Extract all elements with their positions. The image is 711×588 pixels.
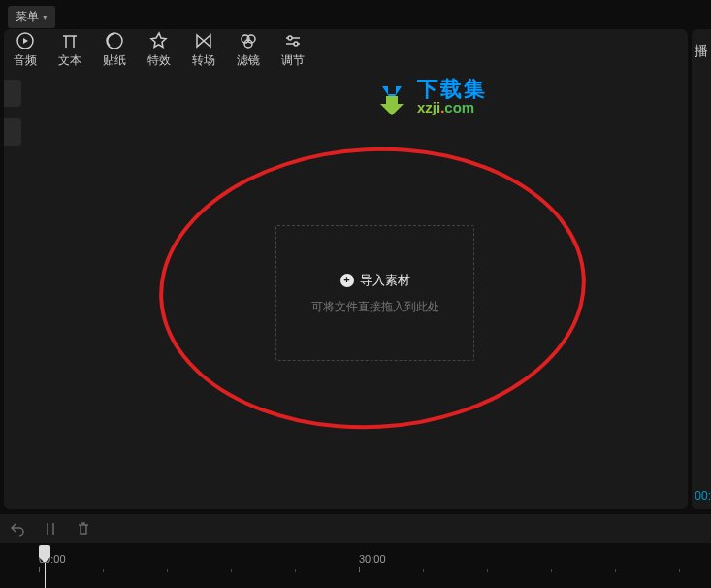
side-tab-1[interactable] <box>4 80 21 107</box>
tool-label: 贴纸 <box>103 52 126 69</box>
timeline-minor-tick <box>231 569 232 572</box>
sticker-icon <box>105 31 124 50</box>
adjust-icon <box>283 31 303 50</box>
split-icon[interactable] <box>43 521 58 537</box>
tool-label: 滤镜 <box>237 52 260 69</box>
tool-label: 音频 <box>14 52 37 69</box>
watermark-line1: 下载集 <box>417 79 487 100</box>
timeline-minor-tick <box>615 569 616 572</box>
timeline-minor-tick <box>551 569 552 572</box>
filter-icon <box>239 31 258 50</box>
import-title: 导入素材 <box>360 272 410 289</box>
timeline-minor-tick <box>487 569 488 572</box>
timeline-minor-tick <box>679 569 680 572</box>
right-timecode: 00: <box>695 489 711 503</box>
tool-label: 特效 <box>147 52 171 69</box>
svg-point-6 <box>294 42 298 46</box>
tool-adjust[interactable]: 调节 <box>281 31 305 69</box>
text-icon <box>60 31 80 50</box>
timeline-minor-tick <box>423 569 424 572</box>
import-hint: 可将文件直接拖入到此处 <box>311 299 439 315</box>
tool-transition[interactable]: 转场 <box>192 31 215 69</box>
timeline[interactable]: 00:00 30:00 <box>0 543 711 588</box>
watermark-arrow-icon <box>372 77 411 115</box>
menu-dropdown[interactable]: 菜单 ▾ <box>8 6 55 28</box>
playhead[interactable] <box>39 545 50 586</box>
tool-sticker[interactable]: 贴纸 <box>103 31 126 69</box>
tool-text[interactable]: 文本 <box>58 31 81 69</box>
side-tabs <box>4 80 21 157</box>
undo-icon[interactable] <box>10 521 25 537</box>
watermark: 下载集 xzji.com <box>372 77 487 115</box>
right-panel: 播 <box>692 29 711 509</box>
playhead-handle[interactable] <box>39 545 50 557</box>
tool-effects[interactable]: 特效 <box>147 31 171 69</box>
delete-icon[interactable] <box>76 521 91 537</box>
timeline-minor-tick <box>167 569 168 572</box>
import-dropzone[interactable]: + 导入素材 可将文件直接拖入到此处 <box>275 225 474 361</box>
chevron-down-icon: ▾ <box>43 13 48 22</box>
menu-label: 菜单 <box>16 9 39 25</box>
side-tab-2[interactable] <box>4 118 21 146</box>
watermark-text: 下载集 xzji.com <box>417 79 487 114</box>
tool-label: 文本 <box>58 52 81 69</box>
effects-icon <box>149 31 169 50</box>
svg-point-5 <box>288 36 292 40</box>
top-toolbar: 音频 文本 贴纸 特效 转场 滤镜 调节 <box>4 29 688 70</box>
audio-icon <box>16 31 35 50</box>
media-panel: + 导入素材 可将文件直接拖入到此处 下载集 xzji.com <box>4 70 688 509</box>
timeline-tick: 30:00 <box>359 553 386 565</box>
transition-icon <box>194 31 213 50</box>
import-row: + 导入素材 <box>340 272 410 289</box>
right-panel-label: 播 <box>695 43 708 58</box>
playhead-line <box>45 563 46 588</box>
tool-filter[interactable]: 滤镜 <box>237 31 260 69</box>
timeline-ruler[interactable]: 00:00 30:00 <box>39 553 711 572</box>
timeline-minor-tick <box>103 569 104 572</box>
tool-audio[interactable]: 音频 <box>14 31 37 69</box>
watermark-line2: xzji.com <box>417 100 487 114</box>
tool-label: 调节 <box>281 52 305 69</box>
plus-icon: + <box>340 274 354 287</box>
timeline-toolbar <box>0 514 711 543</box>
tool-label: 转场 <box>192 52 215 69</box>
timeline-minor-tick <box>295 569 296 572</box>
